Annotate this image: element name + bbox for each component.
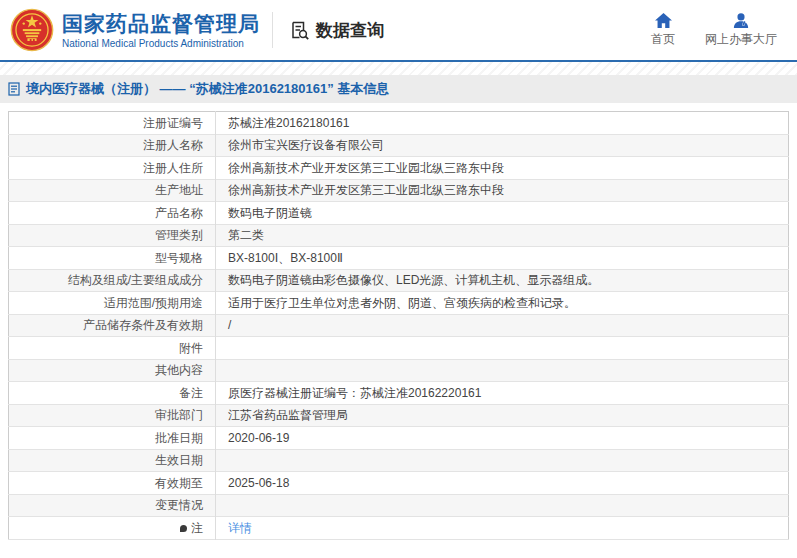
site-logo[interactable]: 国家药品监督管理局 National Medical Products Admi… [10, 8, 260, 52]
field-label: 型号规格 [9, 247, 216, 270]
field-label: 附件 [9, 337, 216, 360]
registration-info-table: 注册证编号苏械注准20162180161注册人名称徐州市宝兴医疗设备有限公司注册… [8, 111, 789, 540]
table-row: 备注原医疗器械注册证编号：苏械注准20162220161 [9, 382, 789, 405]
table-row: 附件 [9, 337, 789, 360]
table-row: 产品名称数码电子阴道镜 [9, 202, 789, 225]
nav-item-label: 首页 [651, 31, 675, 48]
table-row: 生效日期 [9, 449, 789, 472]
header-divider [272, 12, 273, 48]
table-row: 注册人名称徐州市宝兴医疗设备有限公司 [9, 134, 789, 157]
header-nav: 首页 网上办事大厅 [651, 13, 797, 48]
nav-item-home[interactable]: 首页 [651, 13, 675, 48]
field-label: 产品名称 [9, 202, 216, 225]
decorative-stripe-band [0, 62, 797, 75]
field-label: 结构及组成/主要组成成分 [9, 269, 216, 292]
field-label: 变更情况 [9, 494, 216, 517]
document-icon [8, 82, 20, 96]
table-row: 注册证编号苏械注准20162180161 [9, 112, 789, 135]
table-row: 注册人住所徐州高新技术产业开发区第三工业园北纵三路东中段 [9, 157, 789, 180]
field-value: 第二类 [216, 224, 789, 247]
home-icon [655, 13, 672, 28]
field-value: 原医疗器械注册证编号：苏械注准20162220161 [216, 382, 789, 405]
site-title-block: 国家药品监督管理局 National Medical Products Admi… [62, 11, 260, 50]
field-label: 管理类别 [9, 224, 216, 247]
nav-item-service-hall[interactable]: 网上办事大厅 [705, 13, 777, 48]
detail-link[interactable]: 详情 [228, 521, 252, 535]
field-label: 有效期至 [9, 472, 216, 495]
nav-item-label: 网上办事大厅 [705, 31, 777, 48]
field-value: BX-8100Ⅰ、BX-8100Ⅱ [216, 247, 789, 270]
field-label: 注册人住所 [9, 157, 216, 180]
table-row: 型号规格BX-8100Ⅰ、BX-8100Ⅱ [9, 247, 789, 270]
table-row: 管理类别第二类 [9, 224, 789, 247]
field-label: 生产地址 [9, 179, 216, 202]
person-icon [733, 13, 749, 28]
table-row: 其他内容 [9, 359, 789, 382]
note-dot-icon [180, 525, 187, 532]
table-row: 批准日期2020-06-19 [9, 427, 789, 450]
field-value: 详情 [216, 517, 789, 540]
registration-info-section: 注册证编号苏械注准20162180161注册人名称徐州市宝兴医疗设备有限公司注册… [8, 111, 789, 540]
table-row: 审批部门江苏省药品监督管理局 [9, 404, 789, 427]
field-label: 注 [9, 517, 216, 540]
site-title-cn: 国家药品监督管理局 [62, 11, 260, 37]
table-row: 有效期至2025-06-18 [9, 472, 789, 495]
field-value: 数码电子阴道镜由彩色摄像仪、LED光源、计算机主机、显示器组成。 [216, 269, 789, 292]
field-value [216, 449, 789, 472]
field-value: 数码电子阴道镜 [216, 202, 789, 225]
breadcrumb-text: 境内医疗器械（注册） —— “苏械注准20162180161” 基本信息 [26, 80, 389, 98]
field-label: 适用范围/预期用途 [9, 292, 216, 315]
field-value: 适用于医疗卫生单位对患者外阴、阴道、宫颈疾病的检查和记录。 [216, 292, 789, 315]
field-value: 苏械注准20162180161 [216, 112, 789, 135]
site-title-en: National Medical Products Administration [62, 37, 260, 50]
field-label: 注册证编号 [9, 112, 216, 135]
field-value: 2025-06-18 [216, 472, 789, 495]
table-row: 注详情 [9, 517, 789, 540]
breadcrumb: 境内医疗器械（注册） —— “苏械注准20162180161” 基本信息 [0, 75, 797, 103]
data-query-label: 数据查询 [316, 19, 384, 42]
table-row: 结构及组成/主要组成成分数码电子阴道镜由彩色摄像仪、LED光源、计算机主机、显示… [9, 269, 789, 292]
field-value: 江苏省药品监督管理局 [216, 404, 789, 427]
field-label: 审批部门 [9, 404, 216, 427]
field-label: 产品储存条件及有效期 [9, 314, 216, 337]
table-row: 变更情况 [9, 494, 789, 517]
table-row: 适用范围/预期用途适用于医疗卫生单位对患者外阴、阴道、宫颈疾病的检查和记录。 [9, 292, 789, 315]
field-value [216, 494, 789, 517]
info-table-body: 注册证编号苏械注准20162180161注册人名称徐州市宝兴医疗设备有限公司注册… [9, 112, 789, 540]
field-label: 生效日期 [9, 449, 216, 472]
field-value: 2020-06-19 [216, 427, 789, 450]
field-label: 批准日期 [9, 427, 216, 450]
table-row: 产品储存条件及有效期/ [9, 314, 789, 337]
field-value: / [216, 314, 789, 337]
field-value: 徐州市宝兴医疗设备有限公司 [216, 134, 789, 157]
field-label: 备注 [9, 382, 216, 405]
field-value [216, 337, 789, 360]
header: 国家药品监督管理局 National Medical Products Admi… [0, 0, 797, 62]
field-value: 徐州高新技术产业开发区第三工业园北纵三路东中段 [216, 157, 789, 180]
table-row: 生产地址徐州高新技术产业开发区第三工业园北纵三路东中段 [9, 179, 789, 202]
field-label: 其他内容 [9, 359, 216, 382]
field-value: 徐州高新技术产业开发区第三工业园北纵三路东中段 [216, 179, 789, 202]
data-query-tab[interactable]: 数据查询 [289, 19, 384, 42]
field-value [216, 359, 789, 382]
document-search-icon [289, 20, 310, 41]
china-national-emblem-icon [10, 8, 54, 52]
field-label: 注册人名称 [9, 134, 216, 157]
